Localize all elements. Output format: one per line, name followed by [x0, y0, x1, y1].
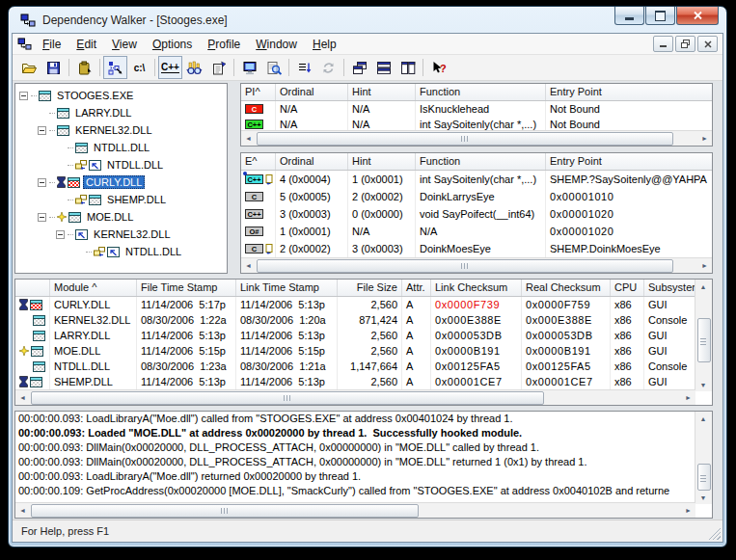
cascade-windows-button[interactable]	[347, 56, 371, 79]
scrollbar-thumb[interactable]	[697, 464, 711, 491]
scroll-left-arrow[interactable]: ◄	[15, 503, 30, 517]
log-horizontal-scrollbar[interactable]: ◄ ►	[15, 502, 695, 518]
copy-button[interactable]	[72, 56, 96, 79]
maximize-button[interactable]	[645, 7, 675, 25]
external-viewer-button[interactable]	[182, 56, 206, 79]
scroll-right-arrow[interactable]: ►	[697, 258, 712, 272]
modules-horizontal-scrollbar[interactable]: ◄ ►	[15, 389, 695, 405]
mdi-close-button[interactable]	[697, 36, 718, 52]
column-header[interactable]: E^	[241, 153, 276, 170]
tree-row[interactable]: MOE.DLL	[15, 208, 227, 226]
collapse-toggle[interactable]	[38, 213, 46, 222]
scrollbar-thumb[interactable]	[697, 318, 711, 362]
column-header[interactable]: Real Checksum	[522, 280, 611, 296]
scroll-left-arrow[interactable]: ◄	[241, 258, 256, 272]
column-header[interactable]	[15, 280, 50, 296]
tree-row[interactable]: NTDLL.DLL	[15, 139, 227, 156]
imports-horizontal-scrollbar[interactable]: ◄ ►	[241, 130, 712, 146]
context-help-button[interactable]: ?	[426, 56, 450, 79]
open-button[interactable]	[17, 56, 41, 79]
scroll-left-arrow[interactable]: ◄	[15, 390, 30, 404]
column-header[interactable]: Function	[416, 153, 546, 170]
column-header[interactable]: Subsystem	[644, 280, 697, 296]
full-paths-button[interactable]: c:\	[127, 56, 151, 79]
refresh-button[interactable]	[316, 56, 341, 79]
properties-button[interactable]	[206, 56, 231, 79]
exports-horizontal-scrollbar[interactable]: ◄ ►	[241, 257, 712, 273]
tile-horizontal-button[interactable]	[371, 56, 395, 79]
scrollbar-thumb[interactable]	[257, 259, 673, 273]
modules-vertical-scrollbar[interactable]: ▲ ▼	[695, 280, 712, 391]
menu-help[interactable]: Help	[305, 36, 344, 53]
column-header[interactable]: Attr.	[402, 280, 431, 296]
import-row[interactable]: C N/A N/A IsKnucklehead Not Bound	[241, 101, 712, 117]
module-row[interactable]: KERNEL32.DLL 08/30/2006 1:22a 08/30/2006…	[15, 312, 695, 328]
system-info-button[interactable]	[237, 56, 261, 79]
undecorate-button[interactable]: C++	[158, 56, 182, 79]
collapse-toggle[interactable]	[19, 92, 28, 100]
tree-row[interactable]: NTDLL.DLL	[15, 243, 227, 260]
menu-profile[interactable]: Profile	[200, 36, 248, 53]
close-button[interactable]	[676, 7, 719, 25]
tree-row[interactable]: KERNEL32.DLL	[15, 226, 227, 243]
menu-options[interactable]: Options	[145, 36, 200, 53]
scrollbar-thumb[interactable]	[257, 132, 673, 146]
auto-expand-button[interactable]	[103, 56, 127, 79]
scrollbar-thumb[interactable]	[31, 391, 544, 405]
menu-edit[interactable]: Edit	[68, 36, 104, 53]
scroll-down-arrow[interactable]: ▼	[695, 491, 711, 504]
column-header[interactable]: Entry Point	[546, 153, 712, 170]
tree-row[interactable]: LARRY.DLL	[15, 104, 227, 121]
export-row[interactable]: C++ 3 (0x0003) 0 (0x0000) void SayPoifec…	[241, 205, 712, 223]
column-header[interactable]: Ordinal	[276, 84, 348, 100]
column-header[interactable]: Function	[416, 84, 546, 100]
sort-button[interactable]	[292, 56, 316, 79]
export-row[interactable]: C 5 (0x0005) 2 (0x0002) DoinkLarrysEye 0…	[241, 188, 712, 205]
scrollbar-thumb[interactable]	[31, 504, 419, 518]
column-header[interactable]: Link Checksum	[431, 280, 522, 296]
scroll-up-arrow[interactable]: ▲	[695, 280, 711, 293]
module-row[interactable]: LARRY.DLL 11/14/2006 5:13p 11/14/2006 5:…	[15, 328, 695, 343]
collapse-toggle[interactable]	[56, 230, 65, 239]
module-row[interactable]: NTDLL.DLL 08/30/2006 1:23a 08/30/2006 1:…	[15, 359, 695, 374]
column-header[interactable]: File Time Stamp	[137, 280, 236, 296]
exports-pane[interactable]: E^ Ordinal Hint Function Entry Point C++…	[240, 152, 713, 274]
scroll-right-arrow[interactable]: ►	[697, 131, 712, 145]
export-row[interactable]: C++ 4 (0x0004) 1 (0x0001) int SaySoitenl…	[241, 171, 712, 188]
parent-imports-pane[interactable]: PI^ Ordinal Hint Function Entry Point C …	[240, 83, 713, 147]
save-button[interactable]	[41, 56, 66, 79]
tree-row[interactable]: NTDLL.DLL	[15, 156, 227, 173]
search-button[interactable]	[261, 56, 286, 79]
column-header[interactable]: File Size	[338, 280, 402, 296]
tree-row[interactable]: KERNEL32.DLL	[15, 121, 227, 139]
mdi-restore-button[interactable]	[675, 36, 695, 52]
modules-list-pane[interactable]: Module ^ File Time Stamp Link Time Stamp…	[14, 279, 713, 406]
scroll-right-arrow[interactable]: ►	[681, 390, 695, 404]
title-bar[interactable]: Dependency Walker - [Stooges.exe]	[9, 7, 726, 33]
export-row[interactable]: C 2 (0x0002) 3 (0x0003) DoinkMoesEye SHE…	[241, 240, 712, 257]
scroll-up-arrow[interactable]: ▲	[695, 412, 711, 425]
column-header[interactable]: Entry Point	[546, 84, 712, 100]
menu-view[interactable]: View	[104, 36, 145, 53]
menu-file[interactable]: File	[35, 36, 68, 53]
column-header[interactable]: Hint	[348, 153, 416, 170]
module-row[interactable]: MOE.DLL 11/14/2006 5:15p 11/14/2006 5:15…	[15, 343, 695, 359]
menu-window[interactable]: Window	[248, 36, 305, 53]
column-header[interactable]: Link Time Stamp	[236, 280, 338, 296]
tree-row[interactable]: SHEMP.DLL	[15, 191, 227, 208]
collapse-toggle[interactable]	[38, 178, 46, 187]
tree-row[interactable]: STOOGES.EXE	[15, 87, 227, 104]
log-pane[interactable]: 00:00:00.093: LoadLibraryA("Moe.dll") ca…	[14, 411, 713, 519]
scroll-down-arrow[interactable]: ▼	[695, 378, 711, 391]
minimize-button[interactable]	[614, 7, 644, 25]
mdi-minimize-button[interactable]	[653, 36, 673, 52]
column-header[interactable]: PI^	[241, 84, 276, 100]
tree-row-selected[interactable]: CURLY.DLL	[15, 173, 227, 191]
export-row[interactable]: O# 1 (0x0001) N/A N/A 0x00001020	[241, 223, 712, 240]
module-tree-pane[interactable]: STOOGES.EXE LARRY.DLL KERNEL32.DLL NTDLL…	[14, 83, 228, 274]
collapse-toggle[interactable]	[38, 126, 46, 135]
scroll-left-arrow[interactable]: ◄	[241, 131, 256, 145]
column-header[interactable]: Hint	[348, 84, 416, 100]
scroll-right-arrow[interactable]: ►	[681, 503, 695, 517]
module-row[interactable]: SHEMP.DLL 11/14/2006 5:13p 11/14/2006 5:…	[15, 374, 695, 389]
